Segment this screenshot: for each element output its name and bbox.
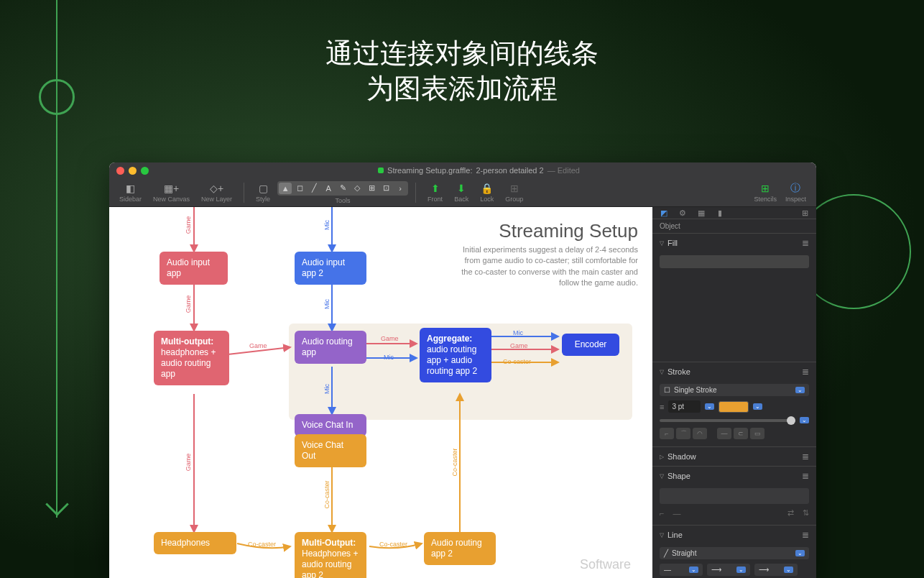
node-multi-output[interactable]: Multi-output: headphones + audio routing… bbox=[154, 331, 229, 385]
shadow-section-header[interactable]: ▷Shadow≣ bbox=[652, 447, 816, 466]
dash-icon[interactable]: ≡ bbox=[660, 403, 664, 411]
stroke-width-input[interactable] bbox=[668, 400, 701, 413]
start-arrow-select[interactable]: —⌄ bbox=[660, 564, 703, 576]
inspector-tabs: ◩ ⚙ ▦ ▮ ⊞ bbox=[652, 207, 816, 219]
flip-h-icon[interactable]: ⇄ bbox=[787, 508, 794, 518]
document-tab-icon[interactable]: ▮ bbox=[714, 207, 726, 219]
edge-label: Co-caster bbox=[323, 480, 331, 508]
shape-tool[interactable]: ◻ bbox=[293, 183, 306, 194]
end-arrow-select[interactable]: ⟶⌄ bbox=[754, 564, 798, 576]
shape-selector[interactable] bbox=[660, 488, 809, 504]
new-canvas-button[interactable]: ▦+New Canvas bbox=[149, 183, 194, 203]
promo-headline: 通过连接对象间的线条 为图表添加流程 bbox=[0, 36, 924, 107]
text-tool[interactable]: A bbox=[322, 183, 335, 194]
edge-label: Mic bbox=[323, 299, 331, 309]
stencils-button[interactable]: ⊞Stencils bbox=[749, 183, 781, 203]
inspector-header: Object bbox=[652, 219, 816, 233]
pen-tool[interactable]: ✎ bbox=[336, 183, 349, 194]
minimize-button[interactable] bbox=[129, 167, 137, 175]
line-type-select[interactable]: ╱Straight⌄ bbox=[660, 547, 809, 559]
new-layer-button[interactable]: ◇+New Layer bbox=[197, 183, 236, 203]
inspect-button[interactable]: ⓘInspect bbox=[781, 183, 810, 203]
end-cap-2[interactable]: ⊂ bbox=[734, 428, 748, 439]
stroke-slider[interactable] bbox=[660, 419, 795, 422]
menu-icon[interactable]: ≣ bbox=[802, 451, 809, 462]
toolbar: ◧Sidebar ▦+New Canvas ◇+New Layer ▢Style… bbox=[109, 178, 816, 207]
style-well[interactable]: ▢Style bbox=[251, 183, 274, 203]
tools-group: ▲ ◻ ╱ A ✎ ◇ ⊞ ⊡ › Tools bbox=[277, 181, 408, 204]
titlebar: Streaming Setup.graffle: 2-person detail… bbox=[109, 162, 816, 178]
corner-join-3[interactable]: ◠ bbox=[693, 428, 707, 439]
inspector-panel: ◩ ⚙ ▦ ▮ ⊞ Object ▽Fill≣ ▽Stroke≣ ☐Single… bbox=[652, 207, 816, 578]
shape-section: ▽Shape≣ ⌐— ⇄ ⇅ bbox=[652, 466, 816, 525]
flip-v-icon[interactable]: ⇅ bbox=[803, 508, 809, 518]
lock-button[interactable]: 🔒Lock bbox=[476, 183, 498, 203]
stroke-section-header[interactable]: ▽Stroke≣ bbox=[652, 362, 816, 381]
node-audio-input-2[interactable]: Audio input app 2 bbox=[295, 252, 366, 285]
node-audio-routing[interactable]: Audio routing app bbox=[295, 331, 366, 364]
menu-icon[interactable]: ≣ bbox=[802, 530, 809, 540]
edge-label: Co-caster bbox=[379, 541, 407, 548]
edge-label: Mic bbox=[323, 220, 331, 230]
canvas-tab-icon[interactable]: ▦ bbox=[696, 207, 707, 219]
node-encoder[interactable]: Encoder bbox=[562, 334, 619, 356]
close-button[interactable] bbox=[116, 167, 124, 175]
end-cap-1[interactable]: — bbox=[717, 428, 731, 439]
menu-icon[interactable]: ≣ bbox=[802, 367, 809, 377]
edge-label: Game bbox=[185, 295, 192, 313]
node-audio-input[interactable]: Audio input app bbox=[160, 252, 228, 285]
line-section-header[interactable]: ▽Line≣ bbox=[652, 526, 816, 544]
mid-arrow-select[interactable]: ⟶⌄ bbox=[707, 564, 750, 576]
node-voice-chat-in[interactable]: Voice Chat In bbox=[295, 414, 366, 436]
layout-tab-icon[interactable]: ⊞ bbox=[799, 207, 810, 219]
point-tool[interactable]: ◇ bbox=[351, 183, 364, 194]
expand-tools[interactable]: › bbox=[394, 183, 407, 194]
fill-section-header[interactable]: ▽Fill≣ bbox=[652, 234, 816, 252]
stroke-type-select[interactable]: ☐Single Stroke⌄ bbox=[660, 384, 809, 396]
line-tool[interactable]: ╱ bbox=[308, 183, 320, 194]
canvas[interactable]: Streaming Setup Initial experiments sugg… bbox=[109, 207, 652, 578]
app-window: Streaming Setup.graffle: 2-person detail… bbox=[109, 162, 816, 578]
node-aggregate[interactable]: Aggregate: audio routing app + audio rou… bbox=[420, 328, 491, 382]
end-cap-3[interactable]: ▭ bbox=[750, 428, 764, 439]
object-tab-icon[interactable]: ◩ bbox=[658, 207, 670, 219]
edge-label: Co-caster bbox=[503, 358, 531, 365]
edge-label: Game bbox=[185, 454, 192, 472]
radius-icon[interactable]: ⌐ bbox=[660, 509, 664, 518]
edge-label: Game bbox=[381, 335, 399, 342]
edge-label: Game bbox=[510, 342, 528, 349]
stroke-color-swatch[interactable] bbox=[719, 401, 749, 413]
fill-section: ▽Fill≣ bbox=[652, 233, 816, 362]
corner-join-2[interactable]: ⌒ bbox=[676, 428, 690, 439]
node-multi-output-2[interactable]: Multi-Output: Headphones + audio routing… bbox=[295, 532, 366, 578]
fill-swatch[interactable] bbox=[660, 255, 809, 268]
sidebar-toggle[interactable]: ◧Sidebar bbox=[115, 183, 146, 203]
properties-tab-icon[interactable]: ⚙ bbox=[677, 207, 688, 219]
node-voice-chat-out[interactable]: Voice Chat Out bbox=[295, 434, 366, 467]
shape-section-header[interactable]: ▽Shape≣ bbox=[652, 467, 816, 485]
line-section: ▽Line≣ ╱Straight⌄ —⌄ ⟶⌄ ⟶⌄ ↷ bbox=[652, 525, 816, 578]
edge-label: Mic bbox=[384, 354, 394, 361]
watermark: Software bbox=[580, 557, 631, 572]
zoom-button[interactable] bbox=[141, 167, 149, 175]
back-button[interactable]: ⬇Back bbox=[450, 183, 473, 203]
menu-icon[interactable]: ≣ bbox=[802, 238, 809, 248]
front-button[interactable]: ⬆Front bbox=[423, 183, 447, 203]
window-title: Streaming Setup.graffle: 2-person detail… bbox=[149, 166, 809, 175]
node-headphones[interactable]: Headphones bbox=[154, 532, 236, 554]
window-controls bbox=[116, 167, 149, 175]
stamp-tool[interactable]: ⊡ bbox=[379, 183, 392, 194]
edge-label: Mic bbox=[323, 384, 331, 394]
select-tool[interactable]: ▲ bbox=[279, 183, 292, 194]
corner-join-1[interactable]: ⌐ bbox=[660, 428, 674, 439]
menu-icon[interactable]: ≣ bbox=[802, 471, 809, 481]
edge-label: Co-caster bbox=[451, 448, 458, 476]
node-audio-routing-2[interactable]: Audio routing app 2 bbox=[424, 532, 496, 565]
edge-label: Game bbox=[249, 342, 267, 349]
crop-tool[interactable]: ⊞ bbox=[365, 183, 378, 194]
edge-label: Co-caster bbox=[248, 541, 276, 548]
group-button[interactable]: ⊞Group bbox=[501, 183, 527, 203]
edge-label: Game bbox=[185, 216, 192, 234]
stroke-section: ▽Stroke≣ ☐Single Stroke⌄ ≡ ⌄ ⌄ ⌄ ⌐ ⌒ ◠ bbox=[652, 362, 816, 446]
diagram-description: Initial experiments suggest a delay of 2… bbox=[455, 244, 638, 289]
